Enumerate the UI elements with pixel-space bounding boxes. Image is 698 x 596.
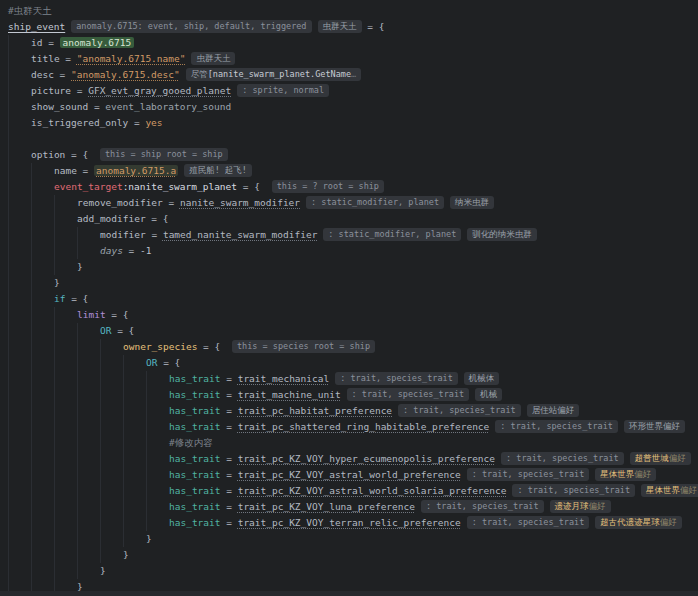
code-token-key: name =	[54, 165, 94, 176]
code-token-yellow: owner_species	[123, 341, 197, 352]
indent-guide	[8, 259, 31, 275]
code-line: id = anomaly.6715	[8, 35, 698, 51]
code-token-key: option = {	[31, 149, 94, 160]
indent-guide	[31, 259, 54, 275]
inline-hint-chip: : sprite, normal	[237, 84, 329, 97]
code-line: has_trait = trait_pc_KZ_VOY_astral_world…	[8, 483, 698, 499]
code-token-link[interactable]: trait_pc_KZ_VOY_astral_world_solaria_pre…	[238, 485, 507, 496]
code-token-link[interactable]: trait_pc_KZ_VOY_astral_world_preference	[238, 469, 461, 480]
inline-hint-chip: : trait, species_trait	[347, 388, 470, 401]
code-token-purple: limit	[77, 309, 106, 320]
code-line: }	[8, 563, 698, 579]
code-token-string[interactable]: "anomaly.6715.name"	[77, 53, 186, 64]
code-token-link[interactable]: tamed_nanite_swarm_modifier	[163, 229, 317, 240]
indent-guide	[54, 355, 77, 371]
code-token-link[interactable]: trait_pc_KZ_VOY_hyper_ecumenopolis_prefe…	[238, 453, 495, 464]
indent-guide	[8, 67, 31, 83]
indent-guide	[146, 467, 169, 483]
code-line: has_trait = trait_pc_habitat_preference:…	[8, 403, 698, 419]
indent-guide	[146, 499, 169, 515]
code-token-key: =	[220, 453, 237, 464]
code-line: OR = {	[8, 355, 698, 371]
indent-guide	[31, 515, 54, 531]
indent-guide	[123, 435, 146, 451]
indent-guide	[123, 515, 146, 531]
code-line: }	[8, 259, 698, 275]
code-token-key: =	[220, 389, 237, 400]
inline-hint-chip: 遗迹月球偏好	[550, 500, 611, 513]
indent-guide	[8, 531, 31, 547]
indent-guide	[100, 483, 123, 499]
indent-guide	[31, 531, 54, 547]
code-token-keyu[interactable]: ship_event	[8, 21, 65, 32]
indent-guide	[123, 499, 146, 515]
code-line: option = { this = ship root = ship	[8, 147, 698, 163]
code-token-key: is_triggered_only =	[31, 117, 145, 128]
code-token-teal: OR	[100, 325, 111, 336]
indent-guide	[8, 467, 31, 483]
indent-guide	[123, 483, 146, 499]
code-token-hastrait: has_trait	[169, 501, 220, 512]
code-token-link[interactable]: trait_pc_shattered_ring_habitable_prefer…	[238, 421, 490, 432]
indent-guide	[8, 211, 31, 227]
code-token-key: =	[220, 373, 237, 384]
code-line: days = -1	[8, 243, 698, 259]
indent-guide	[54, 499, 77, 515]
indent-guide	[31, 451, 54, 467]
indent-guide	[123, 467, 146, 483]
code-token-string[interactable]: "anomaly.6715.desc"	[71, 69, 180, 80]
code-line: name = anomaly.6715.a殖民船! 起飞!	[8, 163, 698, 179]
code-token-link[interactable]: trait_pc_KZ_VOY_terran_relic_preference	[238, 517, 461, 528]
indent-guide	[31, 291, 54, 307]
code-line: has_trait = trait_pc_KZ_VOY_hyper_ecumen…	[8, 451, 698, 467]
indent-guide	[31, 227, 54, 243]
code-token-key: }	[123, 549, 129, 560]
indent-guide	[77, 387, 100, 403]
code-token-link[interactable]: nanite_swarm_modifier	[180, 197, 300, 208]
indent-guide	[100, 355, 123, 371]
code-editor[interactable]: #虫群天土ship_eventanomaly.6715: event, ship…	[0, 0, 698, 596]
indent-guide	[54, 339, 77, 355]
editor-root: { "editor": { "colors": { "background": …	[0, 0, 698, 596]
inline-hint-chip: 殖民船! 起飞!	[184, 164, 252, 177]
code-token-hlgreen: anomaly.6715	[60, 37, 135, 48]
indent-guide	[8, 35, 31, 51]
code-token-key: title =	[31, 53, 77, 64]
hint-part: 偏好	[660, 517, 677, 527]
code-token-link[interactable]: trait_pc_KZ_VOY_luna_preference	[238, 501, 415, 512]
code-line: show_sound = event_laboratory_sound	[8, 99, 698, 115]
code-token-link[interactable]: GFX_evt_gray_gooed_planet	[88, 85, 231, 96]
indent-guide	[123, 451, 146, 467]
indent-guide	[100, 419, 123, 435]
code-token-white: :nanite_swarm_planet	[123, 181, 237, 192]
indent-guide	[54, 403, 77, 419]
indent-guide	[8, 51, 31, 67]
indent-guide	[77, 515, 100, 531]
code-token-link[interactable]: trait_pc_habitat_preference	[238, 405, 392, 416]
code-line: add_modifier = {	[8, 211, 698, 227]
inline-hint-chip: : trait, species_trait	[495, 420, 618, 433]
indent-guide	[31, 387, 54, 403]
indent-guide	[54, 211, 77, 227]
indent-guide	[31, 195, 54, 211]
indent-guide	[8, 163, 31, 179]
code-token-key: modifier =	[100, 229, 163, 240]
code-token-italic: days	[100, 245, 123, 256]
code-token-link[interactable]: trait_mechanical	[238, 373, 330, 384]
code-line: has_trait = trait_pc_KZ_VOY_luna_prefere…	[8, 499, 698, 515]
indent-guide	[146, 371, 169, 387]
indent-guide	[146, 419, 169, 435]
code-token-key: picture =	[31, 85, 88, 96]
indent-guide	[8, 387, 31, 403]
code-line: }	[8, 547, 698, 563]
indent-guide	[123, 387, 146, 403]
indent-guide	[77, 451, 100, 467]
code-token-hastrait: has_trait	[169, 389, 220, 400]
indent-guide	[31, 243, 54, 259]
code-token-hllink[interactable]: anomaly.6715.a	[94, 165, 178, 176]
code-line: has_trait = trait_pc_KZ_VOY_terran_relic…	[8, 515, 698, 531]
code-token-link[interactable]: trait_machine_unit	[238, 389, 341, 400]
inline-hint-chip: 星体世界偏好	[641, 484, 698, 497]
code-line: title = "anomaly.6715.name"虫群天土	[8, 51, 698, 67]
code-line: if = {	[8, 291, 698, 307]
